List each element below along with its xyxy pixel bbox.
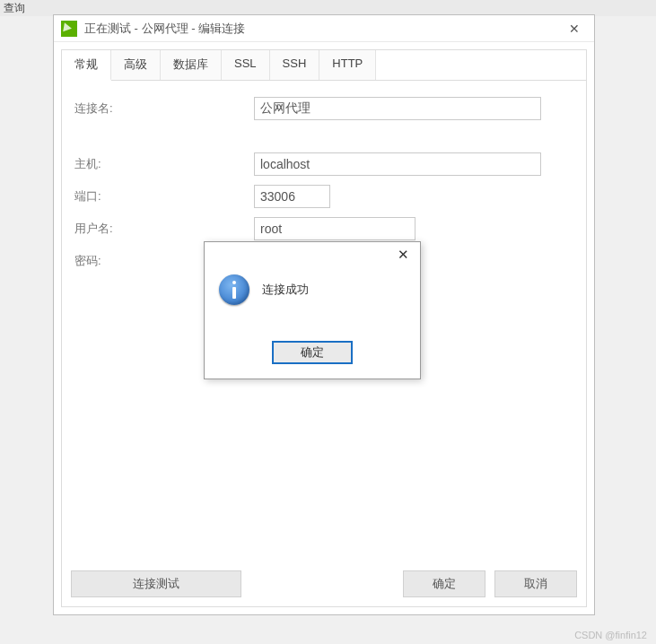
tab-http[interactable]: HTTP bbox=[319, 50, 376, 80]
host-label: 主机: bbox=[74, 156, 254, 172]
username-label: 用户名: bbox=[74, 221, 254, 237]
dialog-message: 连接成功 bbox=[262, 273, 309, 298]
watermark: CSDN @finfin12 bbox=[574, 630, 647, 640]
tab-general[interactable]: 常规 bbox=[62, 50, 111, 81]
dialog-body: 连接成功 bbox=[205, 267, 420, 341]
username-input[interactable] bbox=[254, 217, 415, 240]
test-connection-button[interactable]: 连接测试 bbox=[71, 570, 241, 597]
dialog-ok-button[interactable]: 确定 bbox=[272, 341, 353, 364]
tab-database[interactable]: 数据库 bbox=[161, 50, 222, 80]
app-icon bbox=[61, 21, 77, 37]
dialog-titlebar: ✕ bbox=[205, 242, 420, 267]
info-icon bbox=[219, 274, 249, 305]
window-title: 正在测试 - 公网代理 - 编辑连接 bbox=[84, 21, 562, 37]
window-close-button[interactable]: ✕ bbox=[562, 22, 587, 36]
tab-ssl[interactable]: SSL bbox=[222, 50, 270, 80]
connection-name-label: 连接名: bbox=[74, 100, 254, 117]
dialog-close-button[interactable]: ✕ bbox=[393, 247, 413, 263]
port-input[interactable] bbox=[254, 185, 330, 208]
cancel-button[interactable]: 取消 bbox=[494, 570, 577, 597]
port-label: 端口: bbox=[74, 188, 254, 205]
dialog-footer: 确定 bbox=[205, 341, 420, 379]
tab-ssh[interactable]: SSH bbox=[270, 50, 320, 80]
tab-advanced[interactable]: 高级 bbox=[111, 50, 161, 80]
host-input[interactable] bbox=[254, 152, 541, 176]
connection-name-input[interactable] bbox=[254, 97, 541, 120]
tab-bar: 常规 高级 数据库 SSL SSH HTTP bbox=[62, 50, 586, 81]
bg-menu-item[interactable]: 查询 bbox=[4, 2, 25, 14]
ok-button[interactable]: 确定 bbox=[403, 570, 485, 597]
message-dialog: ✕ 连接成功 确定 bbox=[204, 241, 421, 379]
button-bar: 连接测试 确定 取消 bbox=[62, 561, 586, 606]
window-titlebar: 正在测试 - 公网代理 - 编辑连接 ✕ bbox=[54, 15, 594, 42]
